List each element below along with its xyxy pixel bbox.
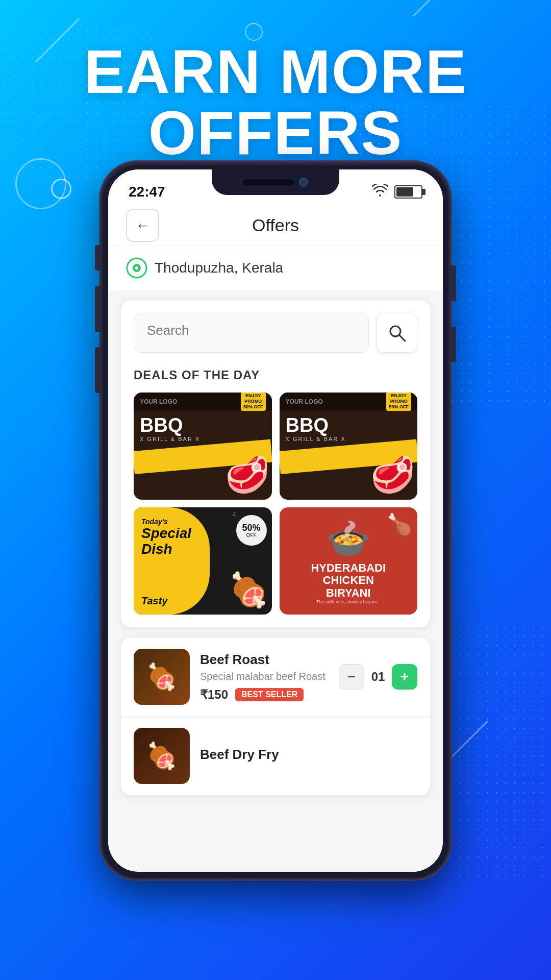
deal-card-biryani[interactable]: 🍲 🍗 HYDERABADICHICKENBIRYANI The authent…: [280, 507, 418, 615]
back-button[interactable]: ←: [126, 209, 159, 242]
special-discount-pct: 50%: [242, 523, 260, 532]
food-items-list: 🍖 Beef Roast Special malabar beef Roast …: [121, 638, 430, 795]
special-food-emoji: 🍖: [228, 571, 269, 609]
status-bar: 22:47: [108, 169, 443, 205]
plus-icon: +: [400, 669, 409, 685]
bbq-food-emoji-2: 🥩: [370, 454, 415, 496]
search-icon: [388, 324, 406, 342]
deals-label: DEALS OF THE DAY: [134, 368, 417, 382]
biryani-card-inner: 🍲 🍗 HYDERABADICHICKENBIRYANI The authent…: [280, 507, 418, 615]
battery-icon: [394, 185, 422, 199]
beef-roast-price: ₹150: [200, 688, 228, 702]
search-button[interactable]: [377, 313, 417, 353]
qty-decrease-button[interactable]: −: [339, 664, 364, 690]
biryani-pot-emoji: 🍲: [326, 518, 370, 559]
special-title-area: Today's SpecialDish: [141, 518, 191, 557]
circle-decoration-2: [51, 179, 71, 199]
svg-point-2: [135, 266, 138, 270]
bbq-main-text-2: BBQ: [286, 415, 346, 435]
bbq-logo-1: YOUR LOGO: [140, 398, 177, 405]
food-item-beef-dry-fry: 🍖 Beef Dry Fry: [121, 717, 430, 795]
back-arrow-icon: ←: [136, 217, 150, 234]
phone-outer: 22:47: [102, 163, 449, 878]
beef-roast-info: Beef Roast Special malabar beef Roast ₹1…: [200, 652, 329, 702]
location-text: Thodupuzha, Kerala: [155, 260, 283, 276]
beef-dry-fry-image: 🍖: [134, 728, 190, 784]
bbq-title-2: BBQ X GRILL & BAR X: [286, 415, 346, 442]
hero-section: EARN MORE OFFERS: [0, 41, 551, 163]
page-title: Offers: [252, 215, 299, 235]
beef-dry-fry-info: Beef Dry Fry: [200, 747, 417, 766]
bbq-sub-text-2: X GRILL & BAR X: [286, 436, 346, 442]
location-icon: [126, 257, 147, 279]
bbq-food-emoji-1: 🥩: [225, 454, 269, 496]
special-card-inner: Today's SpecialDish Tasty 50% OFF 🍖: [134, 507, 272, 615]
location-bar: Thodupuzha, Kerala: [108, 246, 443, 290]
bbq-card-inner-1: YOUR LOGO ENJOYPROMO50% OFF BBQ X GRILL …: [134, 393, 272, 500]
beef-roast-qty-controls: − 01 +: [339, 664, 417, 690]
special-discount-badge: 50% OFF: [236, 515, 267, 546]
battery-fill: [396, 187, 413, 197]
status-icons: [372, 184, 422, 200]
line-decoration-2: [413, 0, 457, 17]
bbq-top-bar-1: YOUR LOGO ENJOYPROMO50% OFF: [134, 393, 272, 410]
status-time: 22:47: [129, 184, 165, 200]
notch: [212, 169, 339, 195]
bbq-main-text-1: BBQ: [140, 415, 200, 435]
biryani-title: HYDERABADICHICKENBIRYANI: [311, 562, 386, 599]
special-tasty-label: Tasty: [141, 595, 168, 607]
circle-decoration-1: [15, 158, 66, 209]
bbq-sub-text-1: X GRILL & BAR X: [140, 436, 200, 442]
wifi-icon: [372, 184, 388, 200]
deals-grid: YOUR LOGO ENJOYPROMO50% OFF BBQ X GRILL …: [134, 393, 417, 615]
special-main-text: SpecialDish: [141, 526, 191, 557]
minus-icon: −: [347, 669, 356, 685]
beef-roast-desc: Special malabar beef Roast: [200, 671, 329, 682]
phone-mockup: 22:47: [102, 163, 449, 878]
phone-screen: 22:47: [108, 169, 443, 872]
bbq-promo-badge-2: ENJOYPROMO50% OFF: [386, 393, 411, 411]
special-today-label: Today's: [141, 518, 191, 526]
phone-content[interactable]: DEALS OF THE DAY YOUR LOGO ENJOYPROMO50%…: [108, 290, 443, 872]
beef-dry-fry-emoji: 🍖: [134, 728, 190, 784]
bbq-card-inner-2: YOUR LOGO ENJOYPROMO50% OFF BBQ X GRILL …: [280, 393, 418, 500]
bbq-promo-badge-1: ENJOYPROMO50% OFF: [241, 393, 266, 411]
notch-speaker: [243, 179, 294, 185]
hero-line1: EARN MORE: [0, 41, 551, 102]
search-deals-section: DEALS OF THE DAY YOUR LOGO ENJOYPROMO50%…: [121, 300, 430, 627]
beef-roast-price-row: ₹150 BEST SELLER: [200, 688, 329, 702]
special-logo: ℒ: [233, 511, 236, 517]
side-button-right-2: [449, 327, 456, 362]
beef-roast-emoji: 🍖: [134, 649, 190, 705]
side-button-left-3: [95, 347, 102, 393]
svg-line-4: [399, 335, 405, 341]
qty-value: 01: [370, 670, 386, 684]
biryani-food-emoji: 🍗: [387, 512, 412, 536]
bbq-logo-2: YOUR LOGO: [286, 398, 323, 405]
hero-title: EARN MORE OFFERS: [0, 41, 551, 163]
deal-card-special[interactable]: Today's SpecialDish Tasty 50% OFF 🍖: [134, 507, 272, 615]
deal-card-bbq2[interactable]: YOUR LOGO ENJOYPROMO50% OFF BBQ X GRILL …: [280, 393, 418, 500]
notch-camera: [299, 178, 308, 187]
deal-card-bbq1[interactable]: YOUR LOGO ENJOYPROMO50% OFF BBQ X GRILL …: [134, 393, 272, 500]
bbq-title-1: BBQ X GRILL & BAR X: [140, 415, 200, 442]
beef-roast-name: Beef Roast: [200, 652, 329, 668]
search-row: [134, 313, 417, 353]
search-input-wrapper[interactable]: [134, 313, 369, 353]
qty-increase-button[interactable]: +: [392, 664, 417, 690]
beef-roast-image: 🍖: [134, 649, 190, 705]
hero-line2: OFFERS: [0, 102, 551, 163]
food-item-beef-roast: 🍖 Beef Roast Special malabar beef Roast …: [121, 638, 430, 717]
side-button-right-1: [449, 265, 456, 301]
search-input[interactable]: [147, 323, 356, 338]
biryani-subtitle: The authentic, slowest biryani...: [316, 599, 381, 604]
app-header: ← Offers: [108, 205, 443, 246]
special-discount-off: OFF: [246, 532, 257, 538]
bbq-top-bar-2: YOUR LOGO ENJOYPROMO50% OFF: [280, 393, 418, 410]
side-button-left-1: [95, 245, 102, 271]
best-seller-badge: BEST SELLER: [235, 688, 304, 701]
beef-dry-fry-name: Beef Dry Fry: [200, 747, 417, 763]
side-button-left-2: [95, 286, 102, 332]
